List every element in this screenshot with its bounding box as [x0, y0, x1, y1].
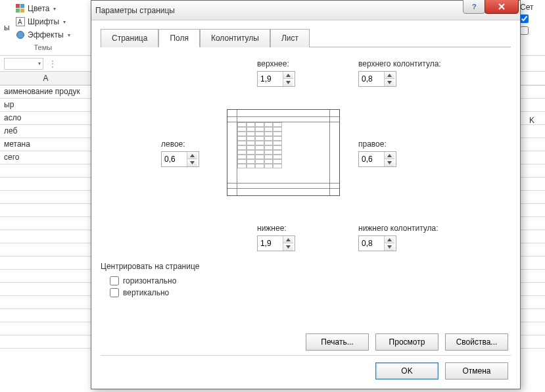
bottom-margin-label: нижнее:: [257, 224, 295, 233]
tab-headerfooter[interactable]: Колонтитулы: [200, 29, 270, 47]
svg-rect-0: [16, 4, 20, 8]
bottom-margin-spinbox[interactable]: [257, 235, 295, 251]
fonts-icon: A: [16, 17, 25, 26]
header-margin-field: верхнего колонтитула:: [358, 59, 441, 87]
right-margin-field: правое:: [358, 139, 396, 167]
spin-up-button[interactable]: [385, 236, 394, 243]
chevron-down-icon: ▾: [53, 6, 56, 12]
cancel-button[interactable]: Отмена: [445, 362, 508, 380]
left-margin-input[interactable]: [162, 155, 187, 164]
svg-point-6: [17, 32, 24, 39]
effects-icon: [16, 30, 25, 39]
right-margin-spinbox[interactable]: [358, 151, 396, 167]
dialog-title: Параметры страницы: [95, 6, 175, 15]
fonts-label: Шрифты: [28, 17, 59, 26]
effects-label: Эффекты: [28, 30, 64, 39]
namebox-dropdown[interactable]: ▾: [4, 58, 43, 70]
svg-rect-3: [20, 9, 24, 12]
themes-group-label: Темы: [13, 42, 73, 53]
svg-rect-2: [16, 9, 20, 12]
svg-text:A: A: [18, 18, 22, 26]
spin-up-button[interactable]: [283, 72, 293, 79]
spin-down-button[interactable]: [385, 243, 394, 251]
effects-button[interactable]: Эффекты ▾: [13, 29, 73, 41]
right-margin-label: правое:: [358, 139, 396, 149]
spin-down-button[interactable]: [283, 79, 293, 86]
fonts-button[interactable]: A Шрифты ▾: [13, 16, 73, 28]
close-button[interactable]: [485, 0, 519, 14]
center-v-label: вертикально: [123, 288, 169, 297]
tab-margins[interactable]: Поля: [158, 29, 200, 47]
spin-down-button[interactable]: [187, 159, 197, 166]
header-margin-label: верхнего колонтитула:: [358, 59, 441, 68]
footer-margin-field: нижнего колонтитула:: [358, 224, 438, 251]
top-margin-label: верхнее:: [257, 59, 295, 68]
left-margin-label: левое:: [161, 139, 199, 149]
header-margin-input[interactable]: [359, 74, 384, 84]
top-margin-input[interactable]: [258, 74, 283, 84]
spin-down-button[interactable]: [385, 79, 394, 86]
separator: [101, 355, 511, 356]
colors-icon: [16, 4, 25, 13]
properties-button[interactable]: Свойства...: [445, 333, 508, 351]
colors-button[interactable]: Цвета ▾: [13, 3, 73, 14]
chevron-down-icon: ▾: [38, 61, 41, 66]
spin-up-button[interactable]: [283, 236, 293, 243]
spin-up-button[interactable]: [385, 152, 394, 159]
spin-up-button[interactable]: [385, 72, 394, 79]
spin-down-button[interactable]: [385, 159, 394, 166]
ok-button[interactable]: OK: [375, 362, 438, 380]
right-panel: Сет K: [519, 0, 545, 128]
tab-page[interactable]: Страница: [101, 29, 158, 47]
tab-sheet[interactable]: Лист: [270, 29, 310, 47]
svg-text:?: ?: [472, 3, 477, 11]
right-check2[interactable]: [520, 26, 544, 37]
right-margin-input[interactable]: [359, 155, 384, 164]
top-margin-field: верхнее:: [257, 59, 295, 87]
col-header-k[interactable]: K: [520, 116, 544, 125]
formula-dots: ⋮: [49, 59, 58, 68]
dialog-titlebar[interactable]: Параметры страницы ?: [91, 1, 520, 20]
center-h-label: горизонтально: [123, 276, 176, 285]
print-button[interactable]: Печать...: [306, 333, 369, 351]
spin-up-button[interactable]: [187, 152, 197, 159]
chevron-down-icon: ▾: [68, 32, 70, 38]
left-margin-spinbox[interactable]: [161, 151, 199, 167]
right-panel-label: Сет: [520, 3, 544, 12]
footer-margin-spinbox[interactable]: [358, 235, 396, 251]
right-check1[interactable]: [520, 14, 544, 25]
bottom-margin-input[interactable]: [258, 239, 283, 248]
top-margin-spinbox[interactable]: [257, 71, 295, 87]
tab-strip: Страница Поля Колонтитулы Лист: [101, 28, 511, 47]
help-button[interactable]: ?: [463, 0, 485, 14]
center-title: Центрировать на странице: [101, 262, 511, 271]
bottom-margin-field: нижнее:: [257, 224, 295, 251]
svg-rect-1: [20, 4, 24, 8]
header-margin-spinbox[interactable]: [358, 71, 396, 87]
margin-preview: [227, 109, 340, 196]
colors-label: Цвета: [28, 4, 49, 13]
center-horizontal-checkbox[interactable]: горизонтально: [110, 276, 511, 285]
page-setup-dialog: Параметры страницы ? Страница Поля Колон…: [91, 0, 521, 389]
preview-button[interactable]: Просмотр: [375, 333, 438, 351]
truncated-label: ы: [4, 3, 11, 53]
spin-down-button[interactable]: [283, 243, 293, 251]
chevron-down-icon: ▾: [63, 19, 66, 25]
col-header-a[interactable]: A: [0, 72, 92, 85]
left-margin-field: левое:: [161, 139, 199, 167]
center-vertical-checkbox[interactable]: вертикально: [110, 288, 511, 297]
footer-margin-input[interactable]: [359, 239, 384, 248]
footer-margin-label: нижнего колонтитула:: [358, 224, 438, 233]
center-on-page-group: Центрировать на странице горизонтально в…: [101, 262, 511, 297]
